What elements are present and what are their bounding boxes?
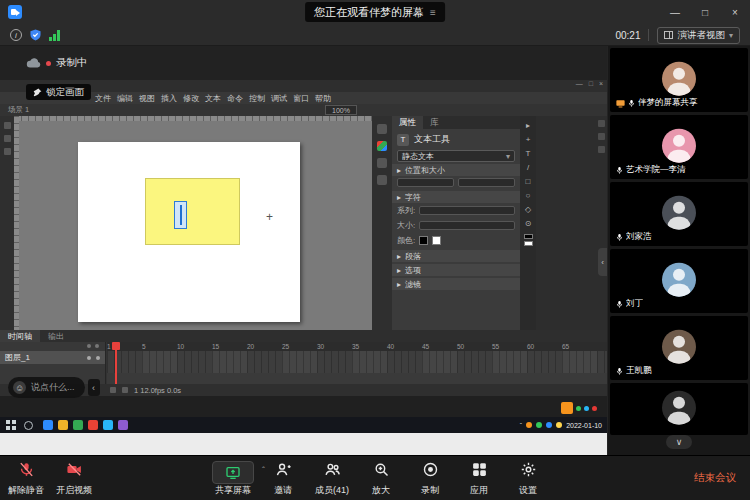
section-position-size[interactable]: ▸ 位置和大小 bbox=[392, 164, 520, 176]
tray-expand-icon[interactable]: ˆ bbox=[520, 422, 522, 429]
menu-item[interactable]: 修改 bbox=[180, 93, 202, 104]
menu-item[interactable]: 视图 bbox=[136, 93, 158, 104]
layer-row[interactable]: 图层_1 bbox=[0, 351, 105, 364]
search-icon[interactable] bbox=[24, 421, 33, 430]
dock-icon[interactable] bbox=[598, 133, 605, 140]
rectangle-tool-icon[interactable]: □ bbox=[526, 175, 531, 187]
animate-maximize-icon[interactable]: □ bbox=[589, 80, 593, 87]
desktop-float-widget[interactable] bbox=[561, 402, 597, 414]
stage-canvas[interactable]: + bbox=[78, 142, 300, 322]
playhead[interactable] bbox=[115, 342, 117, 384]
start-video-button[interactable]: 开启视频 bbox=[54, 461, 94, 497]
tray-icon[interactable] bbox=[536, 422, 542, 428]
minimize-button[interactable]: — bbox=[660, 0, 690, 24]
tray-icon[interactable] bbox=[556, 422, 562, 428]
start-button-icon[interactable] bbox=[6, 420, 16, 430]
swatches-panel-icon[interactable] bbox=[377, 141, 387, 151]
dock-icon[interactable] bbox=[4, 122, 11, 129]
section-options[interactable]: ▸ 选项 bbox=[392, 264, 520, 276]
lock-screen-button[interactable]: 锁定画面 bbox=[26, 84, 91, 100]
participant-tile[interactable]: 艺术学院—李清 bbox=[610, 115, 748, 179]
visibility-icon[interactable] bbox=[87, 344, 91, 348]
stroke-color-chip[interactable] bbox=[419, 236, 428, 245]
section-character[interactable]: ▸ 字符 bbox=[392, 191, 520, 203]
dock-icon[interactable] bbox=[4, 148, 11, 155]
sidebar-collapse-button[interactable]: ∨ bbox=[666, 435, 692, 449]
stroke-color-chip[interactable] bbox=[524, 234, 533, 239]
taskbar-app-icon[interactable] bbox=[118, 420, 128, 430]
banner-menu-icon[interactable]: ≡ bbox=[430, 7, 436, 18]
menu-item[interactable]: 窗口 bbox=[290, 93, 312, 104]
oval-tool-icon[interactable]: ○ bbox=[526, 189, 531, 201]
center-frame-icon[interactable] bbox=[122, 387, 128, 393]
text-tool-icon[interactable]: T bbox=[526, 147, 531, 159]
frames-area[interactable]: 1 5 10 15 20 25 30 35 40 45 50 55 60 65 bbox=[107, 342, 607, 384]
selection-tool-icon[interactable]: ▸ bbox=[526, 119, 530, 131]
stage-pasteboard[interactable]: + bbox=[14, 116, 372, 330]
tray-icon[interactable] bbox=[546, 422, 552, 428]
caption-input[interactable]: ☺ 说点什么... bbox=[8, 377, 85, 398]
polystar-tool-icon[interactable]: ◇ bbox=[525, 203, 531, 215]
apps-button[interactable]: 应用 bbox=[459, 461, 499, 497]
section-filters[interactable]: ▸ 滤镜 bbox=[392, 278, 520, 290]
font-size-field[interactable] bbox=[419, 221, 515, 230]
section-paragraph[interactable]: ▸ 段落 bbox=[392, 250, 520, 262]
participant-tile[interactable] bbox=[610, 383, 748, 435]
tab-timeline[interactable]: 时间轴 bbox=[0, 330, 40, 342]
dock-icon[interactable] bbox=[4, 135, 11, 142]
widget-icon[interactable] bbox=[561, 402, 573, 414]
network-signal-icon[interactable] bbox=[49, 30, 60, 41]
taskbar-app-icon[interactable] bbox=[73, 420, 83, 430]
onion-skin-icon[interactable] bbox=[110, 387, 116, 393]
scene-label[interactable]: 场景 1 bbox=[8, 105, 29, 115]
unmute-button[interactable]: 解除静音 bbox=[6, 461, 46, 497]
layout-view-button[interactable]: 演讲者视图 ▾ bbox=[657, 27, 740, 44]
zoom-button[interactable]: 放大 bbox=[361, 461, 401, 497]
panel-icon[interactable] bbox=[377, 175, 387, 185]
caption-collapse-icon[interactable]: ‹ bbox=[88, 379, 100, 396]
line-tool-icon[interactable]: / bbox=[527, 161, 529, 173]
share-screen-button[interactable]: ˆ 共享屏幕 bbox=[212, 461, 254, 497]
maximize-button[interactable]: □ bbox=[690, 0, 720, 24]
dock-icon[interactable] bbox=[598, 120, 605, 127]
taskbar-app-icon[interactable] bbox=[58, 420, 68, 430]
close-button[interactable]: × bbox=[720, 0, 750, 24]
animate-minimize-icon[interactable]: — bbox=[576, 80, 583, 87]
menu-item[interactable]: 文件 bbox=[92, 93, 114, 104]
menu-item[interactable]: 帮助 bbox=[312, 93, 334, 104]
taskbar-app-icon[interactable] bbox=[88, 420, 98, 430]
menu-item[interactable]: 调试 bbox=[268, 93, 290, 104]
lock-icon[interactable] bbox=[95, 344, 99, 348]
menu-item[interactable]: 插入 bbox=[158, 93, 180, 104]
record-button[interactable]: 录制 bbox=[410, 461, 450, 497]
taskbar-app-icon[interactable] bbox=[103, 420, 113, 430]
x-field[interactable] bbox=[397, 178, 454, 187]
y-field[interactable] bbox=[458, 178, 515, 187]
font-family-field[interactable] bbox=[419, 206, 515, 215]
invite-button[interactable]: 邀请 bbox=[263, 461, 303, 497]
emoji-icon[interactable]: ☺ bbox=[13, 381, 26, 394]
share-options-caret-icon[interactable]: ˆ bbox=[262, 465, 265, 475]
participant-tile[interactable]: 伴梦的屏幕共享 bbox=[610, 48, 748, 112]
menu-item[interactable]: 控制 bbox=[246, 93, 268, 104]
tab-library[interactable]: 库 bbox=[423, 116, 446, 129]
tab-output[interactable]: 输出 bbox=[40, 330, 72, 342]
participant-tile[interactable]: 刘丁 bbox=[610, 249, 748, 313]
members-button[interactable]: 成员(41) bbox=[312, 461, 352, 497]
dock-icon[interactable] bbox=[598, 146, 605, 153]
menu-item[interactable]: 文本 bbox=[202, 93, 224, 104]
menu-item[interactable]: 编辑 bbox=[114, 93, 136, 104]
end-meeting-button[interactable]: 结束会议 bbox=[694, 471, 736, 485]
fill-color-chip[interactable] bbox=[524, 241, 533, 246]
taskbar-app-icon[interactable] bbox=[43, 420, 53, 430]
panel-icon[interactable] bbox=[377, 124, 387, 134]
panel-icon[interactable] bbox=[377, 158, 387, 168]
stage-zoom-select[interactable]: 100% bbox=[325, 105, 357, 115]
sidebar-collapse-handle[interactable]: ‹ bbox=[598, 248, 607, 276]
participant-tile[interactable]: 王凯鹏 bbox=[610, 316, 748, 380]
taskbar-clock[interactable]: 2022-01-10 bbox=[566, 422, 602, 429]
tab-properties[interactable]: 属性 bbox=[392, 116, 423, 129]
security-shield-icon[interactable] bbox=[30, 29, 41, 41]
participant-tile[interactable]: 刘家浩 bbox=[610, 182, 748, 246]
text-type-dropdown[interactable]: 静态文本 ▾ bbox=[397, 150, 515, 162]
